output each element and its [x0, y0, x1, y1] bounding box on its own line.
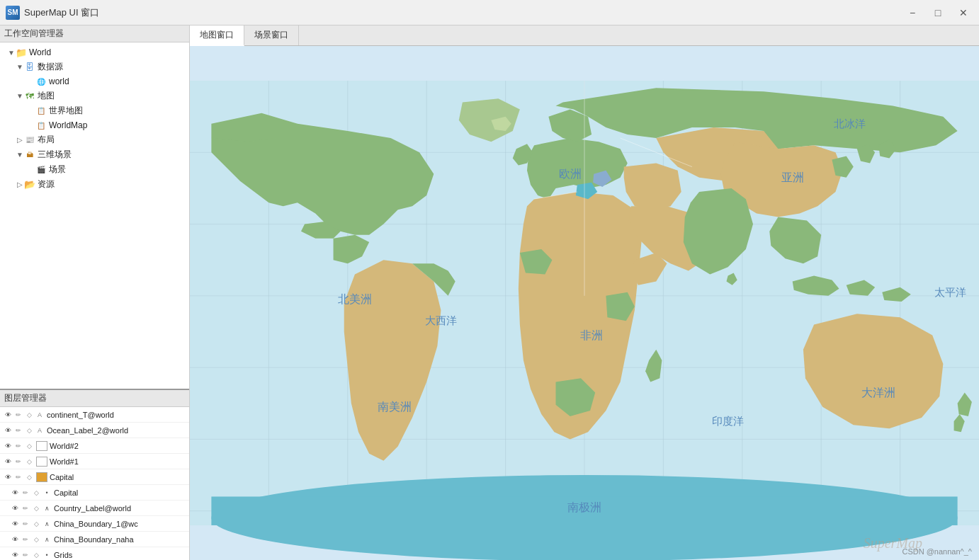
tab-map[interactable]: 地图窗口: [190, 25, 244, 46]
tree-label-worldmap1: 世界地图: [49, 105, 83, 117]
tree-item-maps[interactable]: ▼ 🗺 地图: [1, 88, 188, 103]
app-icon: SM: [6, 6, 20, 20]
tree-item-world[interactable]: ▼ 📁 World: [1, 45, 188, 59]
pen-icon-9[interactable]: ✏: [21, 535, 30, 544]
layer-item-continent[interactable]: 👁 ✏ ◇ A continent_T@world: [0, 407, 189, 423]
layer-item-ocean-label[interactable]: 👁 ✏ ◇ A Ocean_Label_2@world: [0, 423, 189, 438]
lock-icon-2[interactable]: ◇: [24, 425, 34, 435]
lock-icon-4[interactable]: ◇: [24, 457, 34, 467]
maximize-button[interactable]: □: [928, 5, 948, 21]
pen-icon-1[interactable]: ✏: [13, 410, 23, 420]
layer-thumb-4: [36, 457, 47, 467]
workspace-tree: ▼ 📁 World ▼ 🗄 数据源 🌐 world: [0, 42, 189, 195]
eye-icon-6[interactable]: 👁: [10, 488, 20, 498]
dot-icon-10: •: [42, 550, 52, 560]
pen-icon-6[interactable]: ✏: [21, 488, 30, 498]
eye-icon-5[interactable]: 👁: [3, 472, 13, 482]
label-asia: 亚洲: [781, 171, 804, 183]
dot-icon-9: ∧: [42, 535, 52, 544]
layer-name-9: China_Boundary_naha: [54, 535, 134, 544]
layer-item-country-label[interactable]: 👁 ✏ ◇ ∧ Country_Label@world: [0, 501, 189, 516]
tree-item-worldmap1[interactable]: 📋 世界地图: [1, 103, 188, 118]
pen-icon-7[interactable]: ✏: [21, 503, 30, 513]
layer-name-6: Capital: [54, 488, 78, 497]
dot-icon-2: A: [35, 425, 45, 435]
label-oceania: 大洋洲: [861, 386, 895, 399]
layer-controls-10: 👁 ✏ ◇ •: [10, 550, 52, 560]
layer-item-grids[interactable]: 👁 ✏ ◇ • Grids: [0, 547, 189, 560]
layer-controls-1: 👁 ✏ ◇ A: [3, 410, 45, 420]
layer-name-4: World#1: [50, 457, 79, 466]
pen-icon-2[interactable]: ✏: [13, 425, 23, 435]
eye-icon-9[interactable]: 👁: [10, 535, 20, 544]
layer-item-world2[interactable]: 👁 ✏ ◇ World#2: [0, 438, 189, 454]
eye-icon-4[interactable]: 👁: [3, 457, 13, 467]
maps-icon: 🗺: [24, 91, 35, 102]
eye-icon-8[interactable]: 👁: [10, 519, 20, 529]
layer-item-china-boundary2[interactable]: 👁 ✏ ◇ ∧ China_Boundary_naha: [0, 532, 189, 547]
title-bar: SM SuperMap UI 窗口 − □ ✕: [0, 0, 979, 25]
eye-icon-10[interactable]: 👁: [10, 550, 20, 560]
tree-label-datasource: 数据源: [38, 61, 63, 73]
tree-item-scene[interactable]: 🎬 场景: [1, 162, 188, 177]
folder-icon-world: 📁: [16, 47, 27, 58]
lock-icon-3[interactable]: ◇: [24, 441, 34, 451]
main-content: 工作空间管理器 ▼ 📁 World ▼ 🗄 数据源: [0, 25, 979, 560]
eye-icon-3[interactable]: 👁: [3, 441, 13, 451]
toggle-maps[interactable]: ▼: [16, 92, 24, 101]
pen-icon-10[interactable]: ✏: [21, 550, 30, 560]
toggle-resource[interactable]: ▷: [16, 181, 24, 189]
layer-list: 👁 ✏ ◇ A continent_T@world 👁 ✏ ◇ A Ocean_…: [0, 407, 189, 560]
workspace-manager-header: 工作空间管理器: [0, 25, 189, 42]
lock-icon-10[interactable]: ◇: [31, 550, 41, 560]
tab-bar: 地图窗口 场景窗口: [190, 25, 979, 46]
lock-icon-6[interactable]: ◇: [31, 488, 41, 498]
tab-scene[interactable]: 场景窗口: [244, 25, 299, 45]
app-title: SuperMap UI 窗口: [24, 6, 99, 19]
layer-item-china-boundary1[interactable]: 👁 ✏ ◇ ∧ China_Boundary_1@wc: [0, 516, 189, 532]
close-button[interactable]: ✕: [953, 5, 973, 21]
pen-icon-8[interactable]: ✏: [21, 519, 30, 529]
lock-icon-7[interactable]: ◇: [31, 503, 41, 513]
world-map-svg: 北美洲 南美洲 欧洲 非洲 亚洲 大洋洲 南极洲 大西洋 太平洋 印度洋 北冰洋: [190, 46, 979, 560]
tree-item-worldmap2[interactable]: 📋 WorldMap: [1, 118, 188, 132]
layer-thumb-3: [36, 441, 47, 451]
toggle-layout[interactable]: ▷: [16, 136, 24, 144]
toggle-scene3d[interactable]: ▼: [16, 151, 24, 159]
layer-item-capital-group[interactable]: 👁 ✏ ◇ Capital: [0, 469, 189, 485]
tree-item-datasource[interactable]: ▼ 🗄 数据源: [1, 59, 188, 74]
label-pacific: 太平洋: [934, 286, 966, 298]
tree-item-layout[interactable]: ▷ 📰 布局: [1, 132, 188, 147]
tree-item-resource[interactable]: ▷ 📂 资源: [1, 177, 188, 192]
layer-manager: 图层管理器 👁 ✏ ◇ A continent_T@world 👁 ✏: [0, 390, 189, 560]
pen-icon-4[interactable]: ✏: [13, 457, 23, 467]
db-icon: 🗄: [24, 62, 35, 73]
tree-item-scene3d[interactable]: ▼ 🏔 三维场景: [1, 147, 188, 162]
lock-icon-1[interactable]: ◇: [24, 410, 34, 420]
eye-icon-1[interactable]: 👁: [3, 410, 13, 420]
layer-name-10: Grids: [54, 551, 72, 559]
lock-icon-9[interactable]: ◇: [31, 535, 41, 544]
dot-icon-6: •: [42, 488, 52, 498]
toggle-world-db: [27, 77, 35, 86]
dot-icon-7: ∧: [42, 503, 52, 513]
toggle-datasource[interactable]: ▼: [16, 63, 24, 72]
layer-item-world1[interactable]: 👁 ✏ ◇ World#1: [0, 454, 189, 469]
map-container[interactable]: 北美洲 南美洲 欧洲 非洲 亚洲 大洋洲 南极洲 大西洋 太平洋 印度洋 北冰洋…: [190, 46, 979, 560]
layer-controls-3: 👁 ✏ ◇: [3, 441, 34, 451]
scene-icon: 🎬: [35, 164, 47, 176]
eye-icon-7[interactable]: 👁: [10, 503, 20, 513]
tree-item-world-db[interactable]: 🌐 world: [1, 74, 188, 88]
label-south-america: 南美洲: [378, 400, 412, 413]
lock-icon-8[interactable]: ◇: [31, 519, 41, 529]
pen-icon-3[interactable]: ✏: [13, 441, 23, 451]
eye-icon-2[interactable]: 👁: [3, 425, 13, 435]
pen-icon-5[interactable]: ✏: [13, 472, 23, 482]
lock-icon-5[interactable]: ◇: [24, 472, 34, 482]
tree-label-worldmap2: WorldMap: [49, 120, 87, 130]
toggle-world[interactable]: ▼: [7, 48, 16, 57]
layer-item-capital[interactable]: 👁 ✏ ◇ • Capital: [0, 485, 189, 501]
minimize-button[interactable]: −: [902, 5, 922, 21]
layout-icon: 📰: [24, 135, 35, 146]
label-arctic: 北冰洋: [834, 118, 866, 130]
